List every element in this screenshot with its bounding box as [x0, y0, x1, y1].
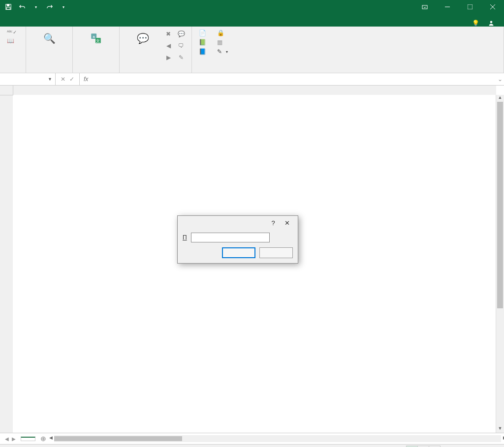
tab-file[interactable]	[2, 22, 18, 27]
svg-rect-3	[422, 5, 427, 9]
vscroll-thumb[interactable]	[497, 102, 503, 308]
svg-rect-2	[7, 7, 10, 9]
person-icon	[488, 20, 494, 26]
bulb-icon: 💡	[472, 20, 479, 27]
ribbon-tabs: 💡	[0, 14, 504, 27]
sheet-prev-icon[interactable]: ◀	[5, 436, 9, 442]
ribbon-options-icon[interactable]	[413, 0, 436, 14]
minimize-button[interactable]	[436, 0, 459, 14]
share-workbook-button[interactable]: 📘	[197, 47, 210, 56]
share-workbook-icon: 📘	[199, 48, 206, 55]
share-button[interactable]	[488, 20, 496, 26]
row-headers	[0, 95, 13, 433]
formula-input[interactable]	[92, 76, 500, 83]
prev-comment-icon: ◀	[163, 40, 174, 51]
svg-point-8	[490, 21, 493, 24]
show-all-comments-icon: 🗨	[176, 40, 187, 51]
group-proofing: ᴬᴮᶜ✓ 📖	[0, 27, 26, 73]
svg-rect-1	[7, 4, 9, 6]
group-language: a文	[73, 27, 120, 73]
sheet-next-icon[interactable]: ▶	[12, 436, 16, 442]
protect-workbook-button[interactable]: 📗	[197, 38, 210, 47]
protect-share-icon: 🔒	[217, 30, 224, 36]
redo-icon[interactable]	[44, 1, 55, 12]
thesaurus-button[interactable]: 📖	[5, 36, 21, 45]
scroll-up-icon[interactable]: ▲	[496, 95, 504, 102]
search-icon: 🔍	[41, 30, 57, 46]
undo-dropdown-icon[interactable]: ▾	[31, 1, 41, 12]
workbook-lock-icon: 📗	[199, 39, 206, 46]
name-box-dropdown-icon[interactable]: ▼	[48, 77, 52, 82]
ok-button[interactable]	[222, 247, 255, 258]
translate-icon: a文	[88, 30, 104, 46]
ranges-icon: ▦	[217, 39, 222, 46]
svg-text:文: 文	[96, 39, 100, 43]
protect-and-share-button[interactable]: 🔒	[215, 29, 230, 37]
scroll-down-icon[interactable]: ▼	[496, 426, 504, 433]
show-comment-icon: 💬	[176, 29, 187, 39]
column-headers	[13, 86, 496, 95]
vertical-scrollbar[interactable]: ▲ ▼	[496, 95, 504, 433]
enter-formula-icon[interactable]: ✓	[69, 76, 74, 83]
sheet-tab-bar: ◀ ▶ ⊕ ◀ ▶	[0, 433, 504, 444]
dialog-help-button[interactable]: ?	[267, 218, 279, 228]
quick-access-toolbar: ▾ ▾	[0, 1, 72, 12]
translate-button[interactable]: a文	[78, 29, 114, 49]
password-input[interactable]	[191, 233, 270, 242]
save-icon[interactable]	[3, 1, 14, 12]
horizontal-scrollbar[interactable]: ◀ ▶	[54, 435, 501, 442]
allow-edit-ranges-button: ▦	[215, 38, 230, 47]
select-all-corner[interactable]	[0, 86, 13, 95]
track-changes-button[interactable]: ✎ ▾	[215, 47, 230, 56]
sheet-tab[interactable]	[21, 437, 35, 441]
window-controls	[413, 0, 504, 14]
cancel-button[interactable]	[259, 247, 293, 258]
fx-icon[interactable]: fx	[80, 76, 92, 83]
svg-rect-5	[468, 4, 472, 9]
qat-customize-icon[interactable]: ▾	[58, 1, 69, 12]
book-icon: 📖	[7, 37, 14, 44]
ribbon: ᴬᴮᶜ✓ 📖 🔍 a文 💬 ✖	[0, 27, 504, 73]
maximize-button[interactable]	[459, 0, 481, 14]
track-icon: ✎	[217, 48, 222, 55]
dialog-titlebar[interactable]: ? ✕	[178, 216, 298, 230]
new-comment-button: 💬	[125, 29, 161, 49]
unprotect-sheet-dialog: ? ✕ П /*label hack for underline*/	[177, 215, 298, 264]
next-comment-icon: ▶	[163, 52, 174, 63]
comment-icon: 💬	[135, 30, 151, 46]
sheet-lock-icon: 📄	[199, 30, 206, 36]
status-bar: ▦ ▤ ▭ − +	[0, 444, 504, 447]
group-insights: 🔍	[26, 27, 73, 73]
name-box-input[interactable]	[3, 75, 39, 83]
show-ink-icon: ✎	[176, 52, 187, 63]
password-label: П	[183, 234, 187, 241]
help-button[interactable]: 💡	[472, 20, 481, 27]
sheet-nav: ◀ ▶	[0, 436, 21, 442]
cells-area[interactable]	[13, 95, 496, 433]
smart-lookup-button: 🔍	[31, 29, 67, 49]
close-button[interactable]	[481, 0, 504, 14]
delete-comment-icon: ✖	[163, 29, 174, 39]
spelling-button[interactable]: ᴬᴮᶜ✓	[5, 29, 21, 36]
abc-icon: ᴬᴮᶜ✓	[7, 30, 17, 35]
dialog-close-button[interactable]: ✕	[281, 218, 293, 228]
name-box[interactable]: ▼	[0, 73, 56, 85]
cancel-formula-icon[interactable]: ✕	[61, 76, 65, 83]
expand-formula-bar-icon[interactable]: ⌄	[496, 76, 504, 83]
scroll-left-icon[interactable]: ◀	[47, 435, 54, 442]
unprotect-sheet-button[interactable]: 📄	[197, 29, 210, 37]
title-bar: ▾ ▾	[0, 0, 504, 14]
formula-bar: ▼ ✕ ✓ fx ⌄	[0, 73, 504, 86]
group-changes: 📄 📗 📘 🔒 ▦ ✎ ▾	[192, 27, 504, 73]
group-comments: 💬 ✖ ◀ ▶ 💬 🗨 ✎	[120, 27, 192, 73]
hscroll-thumb[interactable]	[54, 436, 182, 441]
undo-icon[interactable]	[17, 1, 28, 12]
scroll-right-icon[interactable]: ▶	[501, 435, 504, 442]
